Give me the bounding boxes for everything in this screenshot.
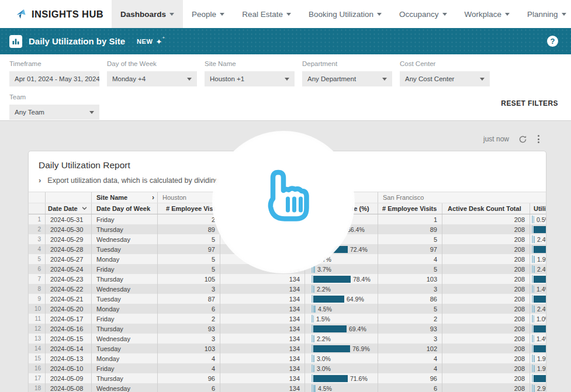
reset-filters-button[interactable]: RESET FILTERS [501, 99, 558, 107]
utilization-cell: 2.4% [530, 264, 546, 274]
table-column-header-row: Date DateDate Day of Week# Employee Visi… [29, 203, 546, 214]
cell-text: 2024-05-31 [50, 216, 83, 223]
utilization-bar [313, 365, 314, 372]
nav-item-occupancy[interactable]: Occupancy [390, 0, 456, 28]
nav-item-real-estate[interactable]: Real Estate [233, 0, 300, 28]
utilization-cell: 2.2% [304, 334, 378, 344]
filter-select-day-of-the-week[interactable]: Monday +4 [107, 71, 197, 86]
chevron-down-icon [377, 13, 382, 16]
kebab-menu-icon[interactable] [537, 134, 541, 144]
chevron-right-icon[interactable]: › [152, 193, 157, 202]
cell-text: 134 [289, 296, 300, 303]
expand-chevron-icon[interactable]: › [39, 176, 41, 185]
row-number: 15 [29, 353, 45, 363]
filter-select-cost-center[interactable]: Any Cost Center [400, 71, 490, 86]
cell-text: 208 [514, 236, 525, 243]
nav-item-dashboards[interactable]: Dashboards [112, 0, 183, 28]
value-cell: 134 [220, 224, 304, 234]
value-cell: 208 [442, 344, 530, 353]
cell-text: 2024-05-10 [50, 365, 83, 372]
table-row: 82024-05-22Wednesday31342.2%32081.4% [29, 284, 546, 294]
table-row: 32024-05-29Wednesday51343.7%52082.4% [29, 234, 546, 244]
row-number: 12 [29, 324, 45, 334]
filter-select-team[interactable]: Any Team [9, 105, 99, 120]
column-header-date-date[interactable]: Date Date [45, 203, 91, 214]
utilization-bar [313, 385, 316, 392]
utilization-value: 76.9% [352, 345, 370, 352]
sparkle-icon: ✦+ [156, 37, 165, 46]
utilization-value: 2.4% [537, 236, 546, 243]
report-card: Daily Utilization Report › Export utiliz… [28, 151, 546, 392]
cell-text: 16 [34, 365, 41, 372]
day-of-week-cell: Tuesday [91, 344, 157, 353]
utilization-value: 2.2% [317, 286, 331, 293]
cell-text: Tuesday [96, 345, 121, 352]
value-cell: 2 [157, 314, 220, 324]
cell-text: 6 [434, 385, 437, 392]
value-cell: 134 [220, 274, 304, 284]
utilization-value: 1.5% [316, 216, 330, 223]
bar-axis-tick [312, 255, 313, 263]
bar-axis-tick [532, 295, 533, 303]
brand[interactable]: INSIGHTS HUB [15, 0, 103, 28]
value-cell: 134 [220, 334, 304, 344]
dashboard-title: Daily Utilization by Site [29, 36, 125, 46]
utilization-table: Site Name›HoustonSan FranciscoDate DateD… [29, 192, 546, 392]
site-group-label: Houston [162, 194, 186, 201]
nav-item-booking-utilization[interactable]: Booking Utilization [300, 0, 390, 28]
utilization-bar [534, 286, 534, 293]
utilization-bar [313, 246, 348, 253]
cell-text: 2024-05-16 [50, 325, 83, 332]
date-cell: 2024-05-22 [45, 284, 91, 294]
table-row: 12024-05-31Friday21341.5%12080.5% [29, 214, 546, 224]
nav-item-people[interactable]: People [183, 0, 233, 28]
sort-chevron-down-icon[interactable] [82, 207, 87, 210]
utilization-cell: 76.9% [304, 344, 378, 353]
utilization-cell: 42.8% [530, 224, 546, 234]
utilization-bar [534, 266, 535, 273]
column-header-cell: Utilization Rate (%) [304, 203, 378, 214]
help-icon[interactable]: ? [547, 36, 558, 47]
nav-item-planning[interactable]: Planning [518, 0, 571, 28]
cell-text: 208 [514, 315, 525, 322]
utilization-bar [534, 385, 535, 392]
table-row: 162024-05-10Friday41343.0%42081.9% [29, 363, 546, 373]
filter-select-timeframe[interactable]: Apr 01, 2024 - May 31, 2024 [9, 71, 99, 86]
cell-text: 4 [212, 365, 215, 372]
cell-text: 134 [289, 355, 300, 362]
utilization-value: 3.7% [317, 236, 331, 243]
cell-text: 6 [37, 266, 41, 272]
cell-text: 2024-05-24 [50, 266, 83, 273]
value-cell: 208 [442, 214, 530, 224]
filter-label: Department [302, 60, 392, 67]
cell-text: 6 [212, 306, 215, 313]
table-row: 152024-05-13Monday41343.0%42081.9% [29, 353, 546, 363]
value-cell: 5 [157, 234, 220, 244]
cell-text: 87 [208, 296, 215, 303]
table-row: 62024-05-24Friday51343.7%52082.4% [29, 264, 546, 274]
column-header-label: Utilization Rate (%) [311, 205, 369, 212]
filter-select-department[interactable]: Any Department [302, 71, 392, 86]
utilization-bar [534, 365, 535, 372]
value-cell: 5 [157, 264, 220, 274]
cell-text: Monday [96, 306, 119, 313]
bar-axis-tick [312, 226, 313, 233]
bar-axis-tick [532, 345, 533, 352]
nav-item-workplace[interactable]: Workplace [456, 0, 519, 28]
nav-item-label: Real Estate [242, 10, 283, 19]
utilization-bar [534, 296, 546, 303]
bar-axis-tick [532, 285, 533, 293]
refresh-icon[interactable] [518, 135, 527, 144]
cell-text: 2 [434, 315, 437, 322]
table-row: 22024-05-30Thursday8913466.4%8920842.8% [29, 224, 546, 234]
date-cell: 2024-05-31 [45, 214, 91, 224]
utilization-bar [313, 276, 351, 283]
value-cell: 208 [442, 383, 530, 392]
cell-text: 208 [514, 296, 525, 303]
day-of-week-cell: Tuesday [91, 244, 157, 254]
value-cell: 208 [442, 363, 530, 373]
utilization-cell: 4.5% [304, 383, 378, 392]
cell-text: Tuesday [96, 246, 121, 253]
bar-axis-tick [312, 265, 313, 273]
filter-select-site-name[interactable]: Houston +1 [205, 71, 295, 86]
